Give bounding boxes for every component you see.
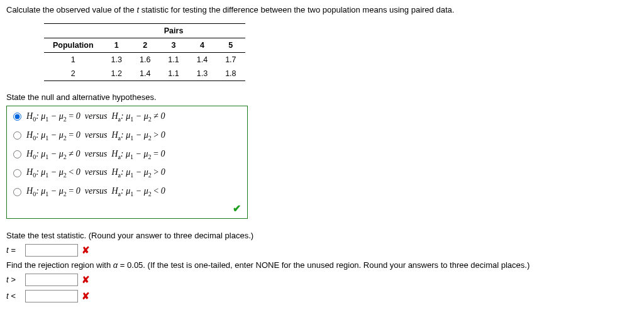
intro-pre: Calculate the observed value of the (6, 5, 136, 14)
hypothesis-radio-5[interactable] (13, 188, 21, 196)
hypothesis-radio-3[interactable] (13, 150, 21, 158)
col-4: 4 (188, 38, 216, 53)
hypothesis-option-4[interactable]: H0: μ1 − μ2 < 0 versus Ha: μ1 − μ2 > 0 (7, 164, 247, 182)
population-header: Population (44, 38, 103, 53)
x-icon: ✘ (82, 291, 90, 302)
hypothesis-radio-4[interactable] (13, 169, 21, 177)
col-1: 1 (103, 38, 131, 53)
test-statistic-prompt: State the test statistic. (Round your an… (6, 231, 638, 240)
hypotheses-prompt: State the null and alternative hypothese… (6, 92, 638, 102)
hypothesis-label-3: H0: μ1 − μ2 ≠ 0 versus Ha: μ1 − μ2 = 0 (26, 149, 165, 160)
table-row: 2 1.2 1.4 1.1 1.3 1.8 (44, 67, 245, 81)
hypotheses-group: H0: μ1 − μ2 = 0 versus Ha: μ1 − μ2 ≠ 0H0… (6, 106, 248, 219)
hypothesis-label-4: H0: μ1 − μ2 < 0 versus Ha: μ1 − μ2 > 0 (26, 167, 165, 179)
intro-post: statistic for testing the difference bet… (139, 5, 454, 14)
check-icon: ✔ (233, 203, 241, 214)
table-row: 1 1.3 1.6 1.1 1.4 1.7 (44, 53, 245, 67)
t-value-input[interactable] (25, 244, 78, 257)
pairs-header: Pairs (103, 24, 245, 38)
hypothesis-radio-2[interactable] (13, 131, 21, 140)
question-intro: Calculate the observed value of the t st… (6, 5, 638, 14)
col-3: 3 (159, 38, 187, 53)
x-icon: ✘ (82, 245, 90, 256)
t-lt-label: t < (6, 291, 23, 301)
t-gt-label: t > (6, 275, 23, 284)
correct-mark-row: ✔ (7, 201, 247, 217)
x-icon: ✘ (82, 274, 90, 285)
t-greater-line: t > ✘ (6, 274, 638, 286)
rejection-region-prompt: Find the rejection region with α = 0.05.… (6, 260, 638, 270)
hypothesis-label-5: H0: μ1 − μ2 = 0 versus Ha: μ1 − μ2 < 0 (26, 186, 165, 197)
t-label: t = (6, 245, 23, 255)
hypothesis-label-1: H0: μ1 − μ2 = 0 versus Ha: μ1 − μ2 ≠ 0 (26, 111, 165, 123)
hypothesis-option-2[interactable]: H0: μ1 − μ2 = 0 versus Ha: μ1 − μ2 > 0 (7, 126, 247, 145)
hypothesis-option-1[interactable]: H0: μ1 − μ2 = 0 versus Ha: μ1 − μ2 ≠ 0 (7, 108, 247, 126)
t-answer-line: t = ✘ (6, 244, 638, 257)
t-less-input[interactable] (25, 290, 78, 302)
t-greater-input[interactable] (25, 274, 78, 286)
hypothesis-option-3[interactable]: H0: μ1 − μ2 ≠ 0 versus Ha: μ1 − μ2 = 0 (7, 145, 247, 164)
t-less-line: t < ✘ (6, 290, 638, 302)
col-2: 2 (131, 38, 159, 53)
hypothesis-option-5[interactable]: H0: μ1 − μ2 = 0 versus Ha: μ1 − μ2 < 0 (7, 182, 247, 201)
row-pop-1: 1 (44, 53, 103, 67)
row-pop-2: 2 (44, 67, 103, 81)
hypothesis-radio-1[interactable] (13, 113, 21, 121)
paired-data-table: Pairs Population 1 2 3 4 5 1 1.3 1.6 1.1… (44, 23, 245, 81)
col-5: 5 (216, 38, 245, 53)
hypothesis-label-2: H0: μ1 − μ2 = 0 versus Ha: μ1 − μ2 > 0 (26, 130, 165, 141)
